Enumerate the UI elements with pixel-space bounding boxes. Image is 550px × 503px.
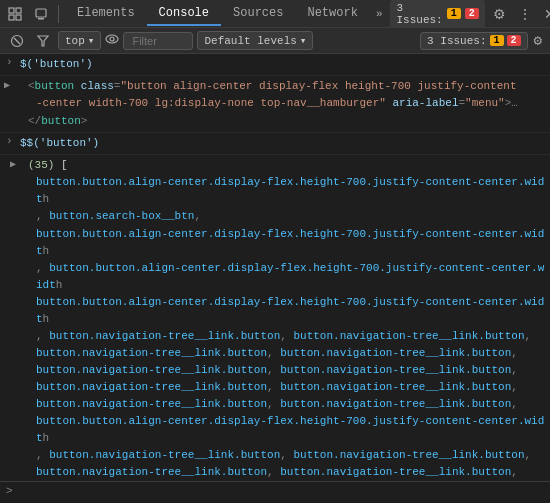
tab-bar: Elements Console Sources Network » [65,2,388,26]
cmd-3: $$('button') [20,137,99,149]
close-button[interactable]: ✕ [540,4,550,24]
lt-2: </ [28,115,41,127]
svg-rect-2 [9,15,14,20]
arr-line-3: button.button.align-center.display-flex.… [36,226,546,260]
warning-count: 1 [447,8,461,19]
array-header: (35) [ [28,157,68,175]
issues-label: 3 Issues: [396,2,442,26]
arr-line-9: button.navigation-tree__link.button, but… [36,379,546,396]
console-input[interactable] [20,487,546,499]
default-levels-selector[interactable]: Default levels ▾ [197,31,313,50]
gt-2: > [81,115,88,127]
issues-badge[interactable]: 3 Issues: 1 2 [390,0,484,28]
attr-aria: aria-label [392,97,458,109]
svg-rect-0 [9,8,14,13]
filter-button[interactable] [32,32,54,50]
arr-line-8: button.navigation-tree__link.button, but… [36,362,546,379]
console-toolbar-left: top ▾ Default levels ▾ [6,31,313,50]
ellipsis: … [511,97,518,109]
tab-more[interactable]: » [370,4,389,24]
attr-aria-val: "menu" [465,97,505,109]
tab-sources[interactable]: Sources [221,2,295,26]
html-line-1: <button class="button align-center displ… [28,78,518,96]
svg-rect-3 [16,15,21,20]
eye-button[interactable] [105,34,119,48]
more-options-button[interactable]: ⋮ [514,4,536,24]
arr-line-11: button.button.align-center.display-flex.… [36,413,546,447]
console-entry-3: › $$('button') [0,133,550,155]
html-line-2: -center width-700 lg:display-none top-na… [28,95,518,113]
console-entry-2[interactable]: ▶ <button class="button align-center dis… [0,76,550,134]
toolbar-icons [4,5,59,23]
array-bracket: [ [61,159,68,171]
error-count: 2 [465,8,479,19]
html-line-3: </button> [28,113,518,131]
svg-point-9 [106,35,118,43]
svg-rect-5 [38,18,44,20]
arr-line-12: , button.navigation-tree__link.button, b… [36,447,546,464]
tab-elements[interactable]: Elements [65,2,147,26]
prompt-1: › [6,56,13,68]
array-items: button.button.align-center.display-flex.… [28,174,546,481]
input-prompt: > [6,485,13,497]
top-label: top [65,35,85,47]
arr-line-5: button.button.align-center.display-flex.… [36,294,546,328]
console-settings-button[interactable]: ⚙ [532,30,544,51]
prompt-3: › [6,135,13,147]
devtools-toolbar: Elements Console Sources Network » 3 Iss… [0,0,550,28]
filter-input[interactable] [123,32,193,50]
html-output: <button class="button align-center displ… [28,78,518,131]
console-input-row: > [0,481,550,503]
attr-class-val-cont: -center width-700 lg:display-none top-na… [36,97,386,109]
toolbar-right: 3 Issues: 1 2 ⚙ ⋮ ✕ [390,0,550,28]
entry-content-3: $$('button') [20,135,546,152]
default-levels-label: Default levels [204,35,296,47]
console-error-count: 2 [507,35,521,46]
entry-content-1: $('button') [20,56,546,73]
attr-class: class [81,80,114,92]
arr-line-6: , button.navigation-tree__link.button, b… [36,328,546,345]
lt-1: < [28,80,35,92]
tab-network[interactable]: Network [295,2,369,26]
arr-line-7: button.navigation-tree__link.button, but… [36,345,546,362]
top-selector[interactable]: top ▾ [58,31,101,50]
tag-button-close: button [41,115,81,127]
top-chevron: ▾ [88,34,95,47]
cmd-1: $('button') [20,58,93,70]
console-toolbar-right: 3 Issues: 1 2 ⚙ [420,30,544,51]
console-warning-count: 1 [490,35,504,46]
clear-console-button[interactable] [6,32,28,50]
svg-rect-1 [16,8,21,13]
console-content: › $('button') ▶ <button class="button al… [0,54,550,481]
settings-button[interactable]: ⚙ [489,4,510,24]
array-count: (35) [28,159,54,171]
arr-line-10: button.navigation-tree__link.button, but… [36,396,546,413]
console-entry-1: › $('button') [0,54,550,76]
arr-line-13: button.navigation-tree__link.button, but… [36,464,546,481]
inspect-icon[interactable] [4,5,26,23]
svg-line-7 [14,38,20,44]
svg-rect-4 [36,9,46,17]
svg-marker-8 [38,36,48,46]
console-entry-4[interactable]: ▶ (35) [ button.button.align-center.disp… [0,155,550,481]
arr-line-2: , button.search-box__btn, [36,208,546,225]
tab-console[interactable]: Console [147,2,221,26]
console-issues-label: 3 Issues: [427,35,486,47]
device-icon[interactable] [30,5,52,23]
console-issues-button[interactable]: 3 Issues: 1 2 [420,32,527,50]
tag-button: button [35,80,75,92]
arr-line-4: , button.button.align-center.display-fle… [36,260,546,294]
console-toolbar: top ▾ Default levels ▾ 3 Issues: 1 2 ⚙ [0,28,550,54]
arr-line-1: button.button.align-center.display-flex.… [36,174,546,208]
expand-arrow-1[interactable]: ▶ [4,79,10,91]
attr-class-val: "button align-center display-flex height… [120,80,516,92]
svg-point-10 [110,37,114,41]
levels-chevron: ▾ [300,34,307,47]
expand-arrow-2[interactable]: ▶ [10,158,16,170]
